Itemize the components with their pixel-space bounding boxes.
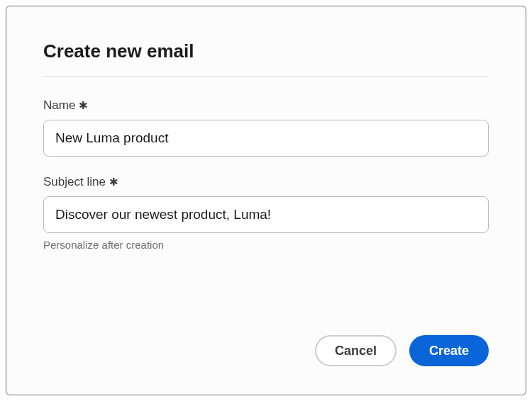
dialog-button-row: Cancel Create [43, 321, 489, 366]
create-button[interactable]: Create [409, 335, 489, 366]
name-input[interactable] [43, 120, 489, 157]
required-asterisk-icon: ✱ [109, 176, 118, 188]
subject-label: Subject line ✱ [43, 175, 489, 189]
subject-helper-text: Personalize after creation [43, 239, 489, 251]
name-form-group: Name ✱ [43, 98, 489, 157]
name-label: Name ✱ [43, 98, 489, 113]
subject-form-group: Subject line ✱ Personalize after creatio… [43, 175, 489, 251]
subject-input[interactable] [43, 196, 489, 233]
cancel-button[interactable]: Cancel [315, 335, 397, 366]
subject-label-text: Subject line [43, 175, 106, 188]
divider [43, 77, 489, 77]
name-label-text: Name [43, 98, 75, 112]
dialog-title: Create new email [43, 40, 489, 62]
required-asterisk-icon: ✱ [79, 99, 88, 111]
create-email-dialog: Create new email Name ✱ Subject line ✱ P… [6, 6, 526, 395]
